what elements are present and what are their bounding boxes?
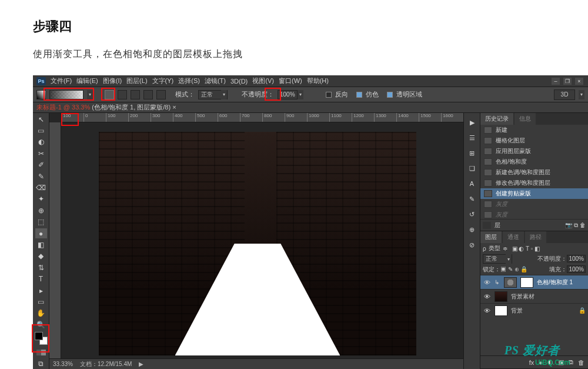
layer-mask-thumb[interactable] bbox=[520, 277, 533, 288]
gradient-radial[interactable] bbox=[118, 90, 127, 99]
menu-view[interactable]: 视图(V) bbox=[252, 77, 274, 85]
menu-image[interactable]: 图像(I) bbox=[103, 77, 122, 85]
menu-3d[interactable]: 3D(D) bbox=[230, 78, 248, 85]
history-item[interactable]: 栅格化图层 bbox=[480, 135, 588, 146]
dock-play-icon[interactable]: ▶ bbox=[467, 118, 477, 127]
blend-mode-select[interactable]: 正常▾ bbox=[198, 90, 228, 99]
reverse-checkbox[interactable] bbox=[326, 92, 332, 98]
gradient-tool[interactable]: ● bbox=[35, 228, 47, 238]
layer-fill[interactable]: 100% bbox=[567, 265, 586, 273]
opacity-input[interactable]: 100%▾ bbox=[278, 90, 303, 99]
history-item[interactable]: 色相/饱和度 bbox=[480, 157, 588, 167]
healing-tool[interactable]: ✎ bbox=[35, 171, 47, 181]
gradient-tool-icon[interactable] bbox=[36, 90, 46, 99]
layer-opacity[interactable]: 100% bbox=[567, 255, 586, 262]
layer-thumb[interactable] bbox=[495, 291, 507, 302]
quickmask-toggle[interactable] bbox=[36, 350, 46, 355]
gradient-angle[interactable] bbox=[131, 90, 140, 99]
3d-mode-button[interactable]: 3D bbox=[554, 89, 575, 100]
dock-mask-icon[interactable]: ⊘ bbox=[467, 240, 477, 250]
status-zoom[interactable]: 33.33% bbox=[53, 361, 73, 367]
lock-icons[interactable]: ▣ ✎ ⊕ 🔒 bbox=[500, 266, 527, 272]
fx-icon[interactable]: fx bbox=[529, 359, 534, 366]
gradient-picker-dropdown[interactable]: ▾ bbox=[87, 90, 93, 99]
zoom-tool[interactable]: 🔍 bbox=[35, 320, 47, 330]
gradient-picker[interactable] bbox=[49, 90, 83, 99]
transparency-checkbox[interactable] bbox=[387, 92, 393, 98]
history-item[interactable]: 新建 bbox=[480, 125, 588, 135]
layer-background-image[interactable]: 👁 背景素材 bbox=[480, 289, 588, 303]
visibility-icon[interactable]: 👁 bbox=[483, 307, 491, 315]
history-item[interactable]: 修改色调/饱和度图层 bbox=[480, 178, 588, 188]
gradient-diamond[interactable] bbox=[156, 90, 166, 99]
brush-tool[interactable]: ⌫ bbox=[35, 182, 47, 192]
history-brush-tool[interactable]: ⊕ bbox=[35, 205, 47, 215]
delete-icon[interactable]: 🗑 bbox=[578, 359, 584, 366]
menu-filter[interactable]: 滤镜(T) bbox=[205, 77, 226, 85]
dock-history-icon[interactable]: ↺ bbox=[467, 210, 477, 219]
window-close[interactable]: × bbox=[575, 78, 583, 85]
marquee-tool[interactable]: ▭ bbox=[35, 125, 47, 135]
menu-window[interactable]: 窗口(W) bbox=[279, 77, 302, 85]
tab-info[interactable]: 信息 bbox=[514, 113, 536, 125]
eraser-tool[interactable]: ⬚ bbox=[35, 217, 47, 227]
gradient-linear[interactable] bbox=[105, 90, 114, 99]
window-minimize[interactable]: – bbox=[552, 78, 560, 85]
layer-name[interactable]: 背景素材 bbox=[511, 292, 534, 301]
mask-icon[interactable]: ● bbox=[539, 359, 543, 366]
layer-hue-saturation[interactable]: 👁 ↳ 色相/饱和度 1 bbox=[480, 275, 588, 289]
menu-type[interactable]: 文字(Y) bbox=[152, 77, 174, 85]
pen-tool[interactable]: ⇅ bbox=[35, 262, 47, 272]
layer-background[interactable]: 👁 背景 🔒 bbox=[480, 303, 588, 317]
menu-layer[interactable]: 图层(L) bbox=[126, 77, 147, 85]
dock-styles-icon[interactable]: ❏ bbox=[467, 164, 477, 173]
layer-filter-bar[interactable]: ρ类型≑ ▣ ◐ T ▫ ◧ bbox=[480, 243, 588, 254]
adjustment-icon[interactable]: ◐ bbox=[547, 358, 553, 366]
group-icon[interactable]: ▣ bbox=[558, 358, 564, 366]
history-item[interactable]: 新建色调/饱和度图层 bbox=[480, 167, 588, 178]
dock-adjust-icon[interactable]: ⊕ bbox=[467, 225, 477, 234]
stamp-tool[interactable]: ✦ bbox=[35, 194, 47, 204]
color-swatches[interactable] bbox=[35, 332, 48, 344]
dock-brush-icon[interactable]: ✎ bbox=[467, 194, 477, 204]
layer-blend-mode[interactable]: 正常▾ bbox=[483, 254, 512, 264]
path-select-tool[interactable]: ▸ bbox=[35, 285, 47, 295]
menu-file[interactable]: 文件(F) bbox=[51, 77, 72, 85]
blur-tool[interactable]: ◧ bbox=[35, 240, 47, 250]
new-layer-icon[interactable]: ⧉ bbox=[569, 358, 573, 366]
tab-layers[interactable]: 图层 bbox=[480, 231, 502, 243]
layer-name[interactable]: 色相/饱和度 1 bbox=[537, 278, 573, 287]
gradient-reflected[interactable] bbox=[143, 90, 153, 99]
3d-mode-dropdown[interactable]: ▾ bbox=[579, 90, 584, 99]
adjustment-thumb[interactable] bbox=[504, 277, 517, 288]
tab-paths[interactable]: 路径 bbox=[525, 231, 546, 243]
lasso-tool[interactable]: ◐ bbox=[35, 137, 47, 147]
layer-name[interactable]: 背景 bbox=[511, 307, 523, 315]
dock-character-icon[interactable]: A bbox=[467, 179, 477, 188]
visibility-icon[interactable]: 👁 bbox=[483, 278, 491, 287]
document-canvas[interactable] bbox=[99, 132, 416, 355]
visibility-icon[interactable]: 👁 bbox=[483, 292, 491, 301]
dock-properties-icon[interactable]: ☰ bbox=[467, 133, 477, 142]
hand-tool[interactable]: ✋ bbox=[35, 308, 47, 318]
status-arrow[interactable]: ▶ bbox=[139, 361, 143, 367]
history-item[interactable]: 灰度 bbox=[480, 210, 588, 219]
layer-thumb[interactable] bbox=[495, 305, 507, 316]
tab-channels[interactable]: 通道 bbox=[503, 231, 524, 243]
window-maximize[interactable]: ❐ bbox=[563, 78, 572, 85]
move-tool[interactable]: ↖ bbox=[35, 114, 47, 124]
document-tab[interactable]: 未标题-1 @ 33.3% (色相/饱和度 1, 图层蒙版/8) × bbox=[36, 103, 176, 112]
history-item[interactable]: 灰度 bbox=[480, 199, 588, 210]
history-item-selected[interactable]: 创建剪贴蒙版 bbox=[480, 188, 588, 199]
menu-select[interactable]: 选择(S) bbox=[178, 77, 200, 85]
crop-tool[interactable]: ✂ bbox=[35, 148, 47, 158]
dock-swatches-icon[interactable]: ⊞ bbox=[467, 148, 477, 158]
history-item[interactable]: 应用图层蒙版 bbox=[480, 146, 588, 157]
type-tool[interactable]: T bbox=[35, 274, 47, 284]
dodge-tool[interactable]: ◆ bbox=[35, 251, 47, 261]
eyedropper-tool[interactable]: ✐ bbox=[35, 160, 47, 170]
foreground-color[interactable] bbox=[35, 332, 43, 340]
menu-help[interactable]: 帮助(H) bbox=[307, 77, 329, 85]
shape-tool[interactable]: ▭ bbox=[35, 297, 47, 307]
menu-edit[interactable]: 编辑(E) bbox=[76, 77, 98, 85]
